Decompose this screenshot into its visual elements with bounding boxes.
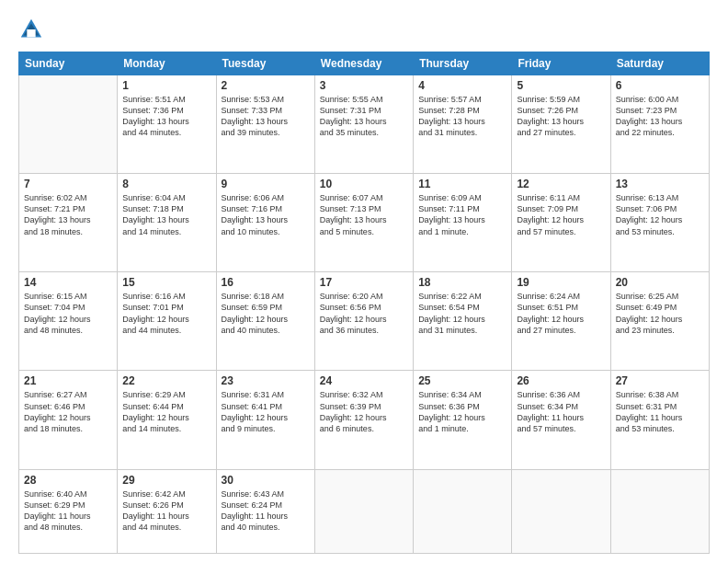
- day-number: 30: [222, 474, 310, 487]
- calendar-cell: 30Sunrise: 6:43 AMSunset: 6:24 PMDayligh…: [216, 469, 314, 553]
- day-number: 27: [616, 374, 704, 387]
- page: SundayMondayTuesdayWednesdayThursdayFrid…: [0, 0, 728, 563]
- day-number: 23: [222, 374, 310, 387]
- calendar-cell: 20Sunrise: 6:25 AMSunset: 6:49 PMDayligh…: [610, 272, 709, 371]
- calendar-cell: [512, 469, 610, 553]
- day-number: 20: [616, 276, 704, 289]
- weekday-header-thursday: Thursday: [414, 52, 512, 75]
- header: [18, 17, 710, 42]
- day-info: Sunrise: 6:31 AMSunset: 6:41 PMDaylight:…: [222, 389, 310, 434]
- calendar-cell: 14Sunrise: 6:15 AMSunset: 7:04 PMDayligh…: [19, 272, 118, 371]
- day-info: Sunrise: 6:40 AMSunset: 6:29 PMDaylight:…: [24, 488, 112, 534]
- weekday-header-monday: Monday: [118, 52, 216, 75]
- day-info: Sunrise: 5:51 AMSunset: 7:36 PMDaylight:…: [122, 94, 210, 139]
- day-number: 22: [122, 374, 210, 387]
- calendar-cell: 9Sunrise: 6:06 AMSunset: 7:16 PMDaylight…: [216, 174, 314, 272]
- day-info: Sunrise: 6:27 AMSunset: 6:46 PMDaylight:…: [24, 389, 112, 434]
- week-row-3: 14Sunrise: 6:15 AMSunset: 7:04 PMDayligh…: [19, 272, 710, 371]
- day-number: 6: [616, 79, 704, 92]
- day-number: 17: [320, 276, 408, 289]
- day-number: 16: [222, 276, 310, 289]
- day-number: 29: [122, 474, 210, 487]
- day-number: 25: [418, 374, 506, 387]
- calendar-cell: 29Sunrise: 6:42 AMSunset: 6:26 PMDayligh…: [118, 469, 216, 553]
- calendar-cell: 28Sunrise: 6:40 AMSunset: 6:29 PMDayligh…: [19, 469, 118, 553]
- weekday-header-sunday: Sunday: [19, 52, 118, 75]
- calendar-cell: 24Sunrise: 6:32 AMSunset: 6:39 PMDayligh…: [314, 371, 413, 469]
- day-number: 7: [24, 178, 112, 190]
- day-number: 4: [418, 79, 506, 92]
- calendar-cell: [314, 469, 413, 553]
- week-row-5: 28Sunrise: 6:40 AMSunset: 6:29 PMDayligh…: [19, 469, 710, 553]
- week-row-4: 21Sunrise: 6:27 AMSunset: 6:46 PMDayligh…: [19, 371, 710, 469]
- week-row-1: 1Sunrise: 5:51 AMSunset: 7:36 PMDaylight…: [19, 75, 710, 174]
- day-info: Sunrise: 6:11 AMSunset: 7:09 PMDaylight:…: [517, 192, 605, 237]
- day-number: 13: [616, 178, 704, 190]
- day-number: 18: [418, 276, 506, 289]
- day-number: 24: [320, 374, 408, 387]
- calendar-cell: 25Sunrise: 6:34 AMSunset: 6:36 PMDayligh…: [414, 371, 512, 469]
- calendar-cell: 22Sunrise: 6:29 AMSunset: 6:44 PMDayligh…: [118, 371, 216, 469]
- calendar-cell: 27Sunrise: 6:38 AMSunset: 6:31 PMDayligh…: [610, 371, 709, 469]
- calendar-cell: 11Sunrise: 6:09 AMSunset: 7:11 PMDayligh…: [414, 174, 512, 272]
- day-number: 5: [517, 79, 605, 92]
- calendar-cell: 2Sunrise: 5:53 AMSunset: 7:33 PMDaylight…: [216, 75, 314, 174]
- svg-rect-2: [27, 29, 35, 37]
- weekday-header-row: SundayMondayTuesdayWednesdayThursdayFrid…: [19, 52, 710, 75]
- day-info: Sunrise: 6:02 AMSunset: 7:21 PMDaylight:…: [24, 192, 112, 237]
- day-info: Sunrise: 6:04 AMSunset: 7:18 PMDaylight:…: [122, 192, 210, 237]
- calendar-cell: [19, 75, 118, 174]
- calendar-cell: 7Sunrise: 6:02 AMSunset: 7:21 PMDaylight…: [19, 174, 118, 272]
- calendar-cell: [610, 469, 709, 553]
- day-number: 15: [122, 276, 210, 289]
- calendar-cell: 21Sunrise: 6:27 AMSunset: 6:46 PMDayligh…: [19, 371, 118, 469]
- day-number: 26: [517, 374, 605, 387]
- calendar-cell: 5Sunrise: 5:59 AMSunset: 7:26 PMDaylight…: [512, 75, 610, 174]
- day-info: Sunrise: 5:53 AMSunset: 7:33 PMDaylight:…: [222, 94, 310, 139]
- calendar-cell: 13Sunrise: 6:13 AMSunset: 7:06 PMDayligh…: [610, 174, 709, 272]
- day-info: Sunrise: 6:42 AMSunset: 6:26 PMDaylight:…: [122, 488, 210, 534]
- day-info: Sunrise: 5:55 AMSunset: 7:31 PMDaylight:…: [320, 94, 408, 139]
- calendar-cell: 6Sunrise: 6:00 AMSunset: 7:23 PMDaylight…: [610, 75, 709, 174]
- calendar-cell: 19Sunrise: 6:24 AMSunset: 6:51 PMDayligh…: [512, 272, 610, 371]
- calendar-cell: 12Sunrise: 6:11 AMSunset: 7:09 PMDayligh…: [512, 174, 610, 272]
- day-number: 1: [122, 79, 210, 92]
- calendar-cell: 15Sunrise: 6:16 AMSunset: 7:01 PMDayligh…: [118, 272, 216, 371]
- day-number: 10: [320, 178, 408, 190]
- day-info: Sunrise: 6:38 AMSunset: 6:31 PMDaylight:…: [616, 389, 704, 434]
- day-number: 8: [122, 178, 210, 190]
- calendar-cell: 1Sunrise: 5:51 AMSunset: 7:36 PMDaylight…: [118, 75, 216, 174]
- calendar-cell: 23Sunrise: 6:31 AMSunset: 6:41 PMDayligh…: [216, 371, 314, 469]
- weekday-header-wednesday: Wednesday: [314, 52, 413, 75]
- weekday-header-friday: Friday: [512, 52, 610, 75]
- day-number: 3: [320, 79, 408, 92]
- week-row-2: 7Sunrise: 6:02 AMSunset: 7:21 PMDaylight…: [19, 174, 710, 272]
- day-number: 14: [24, 276, 112, 289]
- day-info: Sunrise: 6:00 AMSunset: 7:23 PMDaylight:…: [616, 94, 704, 139]
- calendar-cell: 17Sunrise: 6:20 AMSunset: 6:56 PMDayligh…: [314, 272, 413, 371]
- calendar-cell: 26Sunrise: 6:36 AMSunset: 6:34 PMDayligh…: [512, 371, 610, 469]
- calendar-cell: 4Sunrise: 5:57 AMSunset: 7:28 PMDaylight…: [414, 75, 512, 174]
- day-number: 9: [222, 178, 310, 190]
- day-info: Sunrise: 6:16 AMSunset: 7:01 PMDaylight:…: [122, 291, 210, 336]
- day-number: 19: [517, 276, 605, 289]
- calendar-cell: 3Sunrise: 5:55 AMSunset: 7:31 PMDaylight…: [314, 75, 413, 174]
- day-info: Sunrise: 6:20 AMSunset: 6:56 PMDaylight:…: [320, 291, 408, 336]
- day-info: Sunrise: 6:07 AMSunset: 7:13 PMDaylight:…: [320, 192, 408, 237]
- day-info: Sunrise: 6:09 AMSunset: 7:11 PMDaylight:…: [418, 192, 506, 237]
- day-number: 11: [418, 178, 506, 190]
- day-info: Sunrise: 6:15 AMSunset: 7:04 PMDaylight:…: [24, 291, 112, 336]
- day-info: Sunrise: 6:13 AMSunset: 7:06 PMDaylight:…: [616, 192, 704, 237]
- calendar-cell: 8Sunrise: 6:04 AMSunset: 7:18 PMDaylight…: [118, 174, 216, 272]
- weekday-header-saturday: Saturday: [610, 52, 709, 75]
- day-info: Sunrise: 6:24 AMSunset: 6:51 PMDaylight:…: [517, 291, 605, 336]
- weekday-header-tuesday: Tuesday: [216, 52, 314, 75]
- day-info: Sunrise: 5:57 AMSunset: 7:28 PMDaylight:…: [418, 94, 506, 139]
- logo-icon: [18, 17, 44, 42]
- calendar-cell: 10Sunrise: 6:07 AMSunset: 7:13 PMDayligh…: [314, 174, 413, 272]
- calendar: SundayMondayTuesdayWednesdayThursdayFrid…: [18, 52, 710, 554]
- day-info: Sunrise: 6:32 AMSunset: 6:39 PMDaylight:…: [320, 389, 408, 434]
- day-info: Sunrise: 6:18 AMSunset: 6:59 PMDaylight:…: [222, 291, 310, 336]
- calendar-cell: [414, 469, 512, 553]
- day-number: 2: [222, 79, 310, 92]
